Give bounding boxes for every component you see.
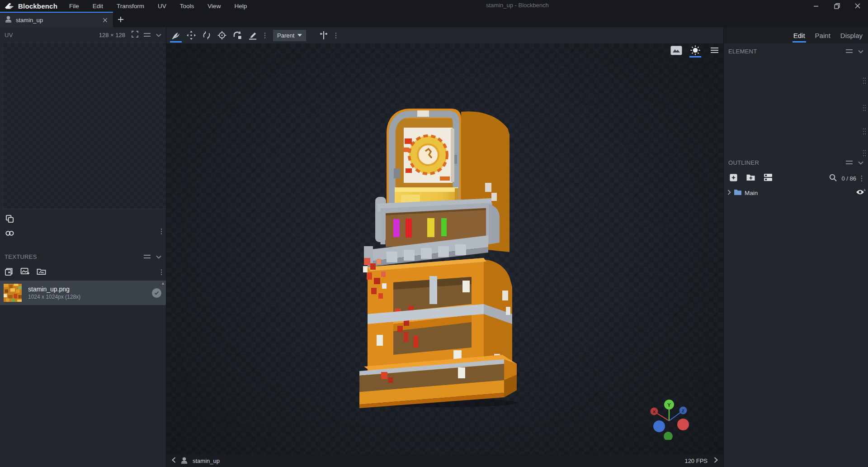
outliner-scroll-up[interactable]: ▲: [863, 187, 867, 192]
menu-help[interactable]: Help: [234, 3, 247, 10]
texture-list-scroll-up[interactable]: ▲: [161, 281, 165, 286]
new-tab-button[interactable]: [113, 12, 128, 27]
uv-panel-collapse-icon[interactable]: [156, 32, 161, 38]
outliner-toolbar: 0 / 86: [724, 170, 868, 186]
texture-folder-icon[interactable]: [37, 267, 46, 277]
line-tool-icon[interactable]: [246, 29, 259, 42]
texture-name: stamin_up.png: [28, 285, 80, 293]
texture-meta: 1024 x 1024px (128x): [28, 293, 80, 300]
import-texture-icon[interactable]: [20, 267, 29, 277]
outliner-item-main[interactable]: Main: [724, 186, 868, 199]
toolbar-drag-handle[interactable]: [863, 104, 866, 112]
fps-counter: 120 FPS: [684, 457, 708, 464]
toolbar-drag-handle[interactable]: [863, 149, 866, 157]
mirror-painting-icon[interactable]: [317, 29, 330, 42]
outliner-menu-icon[interactable]: [861, 175, 863, 181]
search-icon[interactable]: [829, 174, 837, 183]
texture-list-item[interactable]: stamin_up.png 1024 x 1024px (128x) ▲: [0, 281, 166, 305]
stamin-up-model[interactable]: [350, 100, 522, 408]
viewport-controls: [670, 43, 721, 58]
menu-file[interactable]: File: [69, 3, 79, 10]
add-group-icon[interactable]: [746, 173, 755, 183]
menu-transform[interactable]: Transform: [117, 3, 144, 10]
window-controls: [806, 0, 868, 12]
toolbar-menu-dots[interactable]: [335, 32, 337, 38]
left-sidebar: UV 128 × 128: [0, 27, 166, 467]
uv-editor-canvas[interactable]: [3, 43, 166, 209]
texture-thumbnail: [4, 284, 22, 302]
create-texture-icon[interactable]: [5, 267, 13, 278]
brush-tool-icon[interactable]: [169, 29, 183, 42]
expand-chevron-icon[interactable]: [727, 190, 731, 196]
tab-stamin-up[interactable]: stamin_up: [0, 12, 113, 27]
toolbar-drag-handle[interactable]: [863, 77, 866, 85]
outliner-panel-menu-icon[interactable]: [846, 161, 853, 164]
svg-text:X: X: [653, 410, 656, 414]
outliner-item-label: Main: [745, 190, 758, 196]
textures-panel-menu-icon[interactable]: [144, 255, 151, 258]
texture-info: stamin_up.png 1024 x 1024px (128x): [28, 285, 80, 300]
close-button[interactable]: [847, 0, 868, 12]
viewport-status-bar: stamin_up 120 FPS: [166, 454, 723, 467]
viewport-menu-icon[interactable]: [708, 44, 721, 56]
element-panel-menu-icon[interactable]: [846, 49, 853, 53]
background-image-icon[interactable]: [670, 44, 683, 56]
toggle-shading-sun-icon[interactable]: [689, 44, 702, 56]
uv-panel-title: UV: [5, 32, 99, 38]
svg-text:Z: Z: [682, 409, 684, 413]
link-uv-icon[interactable]: [4, 227, 15, 239]
vertex-snap-tool-icon[interactable]: [231, 29, 244, 42]
blockbench-window: Blockbench File Edit Transform UV Tools …: [0, 0, 868, 467]
folder-icon[interactable]: [734, 189, 742, 197]
mode-tab-paint[interactable]: Paint: [815, 32, 830, 39]
menu-bar: File Edit Transform UV Tools View Help: [69, 3, 247, 10]
menu-view[interactable]: View: [208, 3, 221, 10]
tab-label: stamin_up: [16, 17, 97, 24]
svg-text:Y: Y: [667, 402, 671, 408]
outliner-panel-title: OUTLINER: [728, 159, 846, 166]
outliner-empty-space: ▲: [724, 199, 868, 467]
add-cube-icon[interactable]: [729, 173, 738, 184]
right-sidebar: Edit Paint Display ELEMENT: [723, 27, 868, 467]
texture-selected-check-icon[interactable]: [152, 288, 161, 298]
uv-frame-icon[interactable]: [132, 31, 138, 39]
model-icon: [180, 457, 188, 465]
outliner-toggles-icon[interactable]: [764, 173, 773, 183]
viewport-3d[interactable]: Y X Z: [166, 43, 723, 454]
textures-toolbar: [0, 264, 166, 281]
minimize-button[interactable]: [806, 0, 826, 12]
outliner-panel-header: OUTLINER: [724, 155, 868, 170]
outliner-panel-collapse-icon[interactable]: [858, 159, 863, 166]
title-bar: Blockbench File Edit Transform UV Tools …: [0, 0, 868, 12]
toolbar-drag-handle[interactable]: [863, 128, 866, 135]
next-model-chevron-icon[interactable]: [714, 457, 718, 464]
uv-panel-menu-icon[interactable]: [144, 33, 151, 37]
uv-tools-menu-icon[interactable]: [160, 228, 162, 234]
textures-panel-collapse-icon[interactable]: [156, 253, 161, 260]
rotate-tool-icon[interactable]: [200, 29, 213, 42]
menu-uv[interactable]: UV: [158, 3, 166, 10]
mode-tab-display[interactable]: Display: [840, 32, 863, 39]
menu-edit[interactable]: Edit: [93, 3, 103, 10]
axis-gizmo[interactable]: Y X Z: [644, 398, 694, 440]
element-panel-collapse-icon[interactable]: [858, 48, 863, 55]
textures-menu-icon[interactable]: [160, 269, 162, 275]
status-model-name[interactable]: stamin_up: [193, 457, 220, 464]
tab-bar: stamin_up: [0, 12, 868, 27]
toolbar-separator-dots: [264, 32, 266, 38]
main-toolbar: Parent: [166, 27, 723, 43]
menu-tools[interactable]: Tools: [180, 3, 194, 10]
restore-button[interactable]: [826, 0, 847, 12]
uv-size-value[interactable]: 128 × 128: [99, 32, 125, 38]
move-tool-icon[interactable]: [184, 29, 198, 42]
outliner-selection-count: 0 / 86: [841, 175, 856, 182]
tab-close-icon[interactable]: [100, 15, 109, 24]
transform-space-dropdown[interactable]: Parent: [273, 30, 306, 41]
chevron-down-icon: [297, 34, 302, 37]
copy-uv-icon[interactable]: [4, 213, 15, 224]
mode-tab-edit[interactable]: Edit: [793, 32, 805, 39]
prev-model-chevron-icon[interactable]: [172, 457, 176, 464]
center-column: Parent: [166, 27, 723, 467]
uv-panel-header: UV 128 × 128: [0, 27, 166, 43]
pivot-tool-icon[interactable]: [215, 29, 229, 42]
